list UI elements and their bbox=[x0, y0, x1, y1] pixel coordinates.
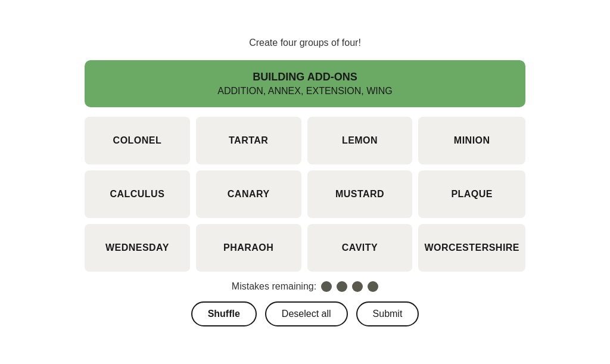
mistake-dot-3 bbox=[352, 281, 363, 292]
submit-button[interactable]: Submit bbox=[356, 301, 419, 326]
word-tile-lemon[interactable]: LEMON bbox=[307, 117, 413, 164]
solved-group-title: BUILDING ADD-ONS bbox=[97, 71, 513, 83]
word-grid: COLONELTARTARLEMONMINIONCALCULUSCANARYMU… bbox=[85, 117, 525, 272]
word-tile-canary[interactable]: CANARY bbox=[196, 170, 301, 218]
word-tile-minion[interactable]: MINION bbox=[418, 117, 525, 164]
action-buttons: Shuffle Deselect all Submit bbox=[191, 301, 419, 326]
shuffle-button[interactable]: Shuffle bbox=[191, 301, 257, 326]
subtitle: Create four groups of four! bbox=[249, 38, 361, 48]
deselect-button[interactable]: Deselect all bbox=[265, 301, 348, 326]
word-tile-wednesday[interactable]: WEDNESDAY bbox=[85, 224, 190, 272]
mistakes-label: Mistakes remaining: bbox=[232, 281, 316, 292]
mistakes-row: Mistakes remaining: bbox=[232, 281, 378, 292]
word-tile-tartar[interactable]: TARTAR bbox=[196, 117, 301, 164]
word-tile-pharaoh[interactable]: PHARAOH bbox=[196, 224, 301, 272]
word-tile-worcestershire[interactable]: WORCESTERSHIRE bbox=[418, 224, 525, 272]
mistake-dot-2 bbox=[337, 281, 347, 292]
word-tile-colonel[interactable]: COLONEL bbox=[85, 117, 190, 164]
word-tile-calculus[interactable]: CALCULUS bbox=[85, 170, 190, 218]
solved-group-words: ADDITION, ANNEX, EXTENSION, WING bbox=[97, 86, 513, 97]
mistake-dot-1 bbox=[321, 281, 332, 292]
word-tile-mustard[interactable]: MUSTARD bbox=[307, 170, 413, 218]
game-container: Create four groups of four! BUILDING ADD… bbox=[85, 26, 525, 338]
word-tile-plaque[interactable]: PLAQUE bbox=[418, 170, 525, 218]
word-tile-cavity[interactable]: CAVITY bbox=[307, 224, 413, 272]
solved-group: BUILDING ADD-ONS ADDITION, ANNEX, EXTENS… bbox=[85, 60, 525, 107]
mistake-dot-4 bbox=[368, 281, 378, 292]
